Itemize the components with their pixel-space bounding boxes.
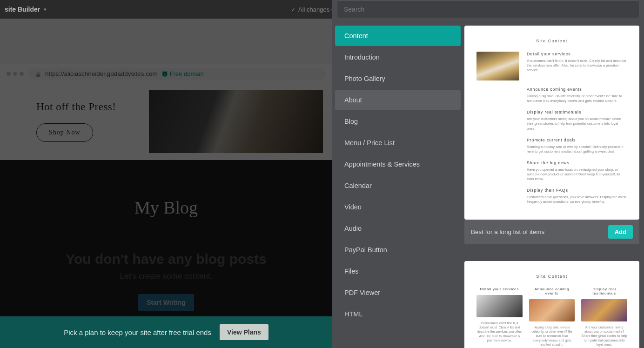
- preview-item-heading: Display their FAQs: [527, 188, 627, 193]
- chevron-down-icon[interactable]: ▾: [44, 7, 47, 13]
- preview-footer-label: Best for a long list of items: [471, 228, 544, 235]
- view-plans-button[interactable]: View Plans: [220, 324, 268, 340]
- layout-preview-card[interactable]: Site Content Detail your services If cus…: [464, 26, 639, 220]
- preview-item-body: Are your customers raving about you on s…: [527, 117, 627, 131]
- preview-item-heading: Announce coming events: [529, 287, 575, 295]
- category-item-pdf-viewer[interactable]: PDF Viewer: [335, 282, 461, 303]
- preview-title: Site Content: [476, 274, 627, 279]
- preview-item-body: Running a holiday sale or weekly special…: [527, 145, 627, 154]
- preview-title: Site Content: [476, 39, 627, 43]
- save-status-text: All changes s: [298, 6, 334, 13]
- preview-item-body: Customers have questions, you have answe…: [527, 195, 627, 204]
- add-section-panel: ContentIntroductionPhoto GalleryAboutBlo…: [332, 0, 644, 348]
- preview-item-heading: Display real testimonials: [527, 110, 627, 114]
- category-item-appointments-services[interactable]: Appointments & Services: [335, 154, 461, 174]
- category-item-photo-gallery[interactable]: Photo Gallery: [335, 68, 461, 89]
- preview-item-heading: Display real testimonials: [581, 287, 627, 295]
- trial-banner-text: Pick a plan to keep your site after free…: [64, 328, 211, 336]
- preview-item-body: Have you opened a new location, redesign…: [527, 167, 627, 181]
- category-item-video[interactable]: Video: [335, 197, 461, 217]
- preview-thumb-image: [529, 299, 575, 321]
- app-title[interactable]: site Builder: [5, 6, 40, 13]
- save-status: All changes s: [291, 6, 334, 13]
- preview-thumb-image: [581, 299, 627, 321]
- preview-item-heading: Announce coming events: [527, 87, 627, 92]
- preview-item-body: Are your customers raving about you on s…: [581, 325, 627, 347]
- add-button[interactable]: Add: [608, 225, 633, 239]
- category-list: ContentIntroductionPhoto GalleryAboutBlo…: [335, 26, 461, 348]
- category-item-audio[interactable]: Audio: [335, 218, 461, 239]
- check-icon: [291, 6, 295, 13]
- overlay-dim[interactable]: [0, 19, 332, 348]
- trial-banner: Pick a plan to keep your site after free…: [0, 316, 332, 348]
- preview-item-heading: Detail your services: [527, 52, 627, 56]
- preview-thumb-image: [476, 295, 523, 317]
- layout-preview-card[interactable]: Site Content Detail your services If cus…: [464, 261, 639, 348]
- category-item-files[interactable]: Files: [335, 261, 461, 281]
- category-item-about[interactable]: About: [335, 90, 461, 110]
- category-item-blog[interactable]: Blog: [335, 111, 461, 132]
- layout-previews: Site Content Detail your services If cus…: [464, 26, 639, 348]
- preview-item-body: If customers can't find it, it doesn't e…: [527, 59, 627, 73]
- editor-canvas: https://aliciaschneider.godaddysites.com…: [0, 19, 332, 348]
- preview-item-body: If customers can't find it, it doesn't e…: [476, 321, 523, 343]
- category-item-menu-price-list[interactable]: Menu / Price List: [335, 133, 461, 153]
- preview-item-heading: Share the big news: [527, 161, 627, 165]
- category-item-html[interactable]: HTML: [335, 304, 461, 324]
- category-item-introduction[interactable]: Introduction: [335, 47, 461, 67]
- preview-item-body: Having a big sale, on-site celebrity, or…: [527, 94, 627, 103]
- preview-thumb-image: [476, 52, 519, 80]
- preview-item-heading: Promote current deals: [527, 138, 627, 142]
- category-item-paypal-button[interactable]: PayPal Button: [335, 240, 461, 260]
- preview-item-heading: Detail your services: [476, 287, 523, 291]
- preview-footer: Best for a long list of items Add: [464, 220, 639, 244]
- search-input[interactable]: [337, 0, 639, 18]
- category-item-content[interactable]: Content: [335, 26, 461, 46]
- preview-item-body: Having a big sale, on-site celebrity, or…: [529, 325, 575, 347]
- category-item-calendar[interactable]: Calendar: [335, 175, 461, 196]
